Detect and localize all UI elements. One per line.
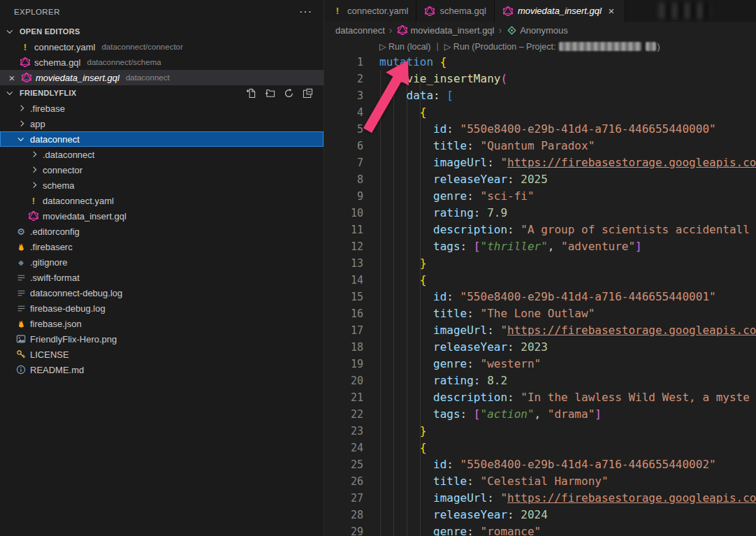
code-token [379, 508, 433, 521]
code-line-25[interactable]: 25 id: "550e8400-e29b-41d4-a716-44665544… [324, 456, 756, 473]
code-line-16[interactable]: 16 title: "The Lone Outlaw" [324, 305, 756, 322]
tree-item-firebase.json[interactable]: firebase.json [0, 316, 324, 331]
code-line-10[interactable]: 10 rating: 7.9 [324, 205, 756, 222]
workspace-header[interactable]: FRIENDLYFLIX [0, 85, 324, 101]
file-path-description: dataconnect/schema [87, 58, 161, 66]
tree-item-app[interactable]: app [0, 116, 324, 131]
tab-connector.yaml[interactable]: !connector.yaml [324, 0, 416, 22]
editor-region: !connector.yamlschema.gqlmoviedata_inser… [324, 0, 756, 536]
code-token [379, 491, 433, 505]
code-token [433, 55, 440, 68]
codelens-run-production[interactable]: ▷ Run (Production – Project:) [444, 41, 660, 52]
tree-item-dataconnect-debug.log[interactable]: dataconnect-debug.log [0, 285, 324, 300]
code-line-24[interactable]: 24 { [324, 440, 756, 456]
code-token: : [487, 324, 500, 337]
url-link[interactable]: https://firebasestorage.googleapis.co [507, 156, 756, 169]
code-token: description [433, 223, 507, 236]
code-line-22[interactable]: 22 tags: ["action", "drama"] [324, 406, 756, 423]
code-token: } [420, 256, 427, 270]
open-editors-header[interactable]: OPEN EDITORS [0, 24, 324, 39]
close-editor-icon[interactable]: × [6, 72, 17, 84]
code-token [379, 189, 433, 203]
code-line-19[interactable]: 19 genre: "western" [324, 356, 756, 372]
codelens-run-local[interactable]: ▷ Run (local) [379, 41, 431, 52]
tree-item-.firebaserc[interactable]: .firebaserc [0, 239, 324, 254]
code-line-8[interactable]: 8 releaseYear: 2025 [324, 171, 756, 188]
tree-item-schema[interactable]: schema [0, 178, 324, 193]
tree-item-FriendlyFlix-Hero.png[interactable]: FriendlyFlix-Hero.png [0, 331, 324, 347]
refresh-explorer-icon[interactable] [282, 86, 296, 100]
open-editor-item[interactable]: schema.gqldataconnect/schema [0, 55, 324, 70]
url-link[interactable]: https://firebasestorage.googleapis.co [507, 324, 756, 337]
code-token: [ [446, 89, 453, 102]
warning-icon: ! [28, 195, 39, 206]
code-token: "550e8400-e29b-41d4-a716-446655440002" [460, 458, 716, 471]
code-line-21[interactable]: 21 description: "In the lawless Wild Wes… [324, 389, 756, 406]
code-line-29[interactable]: 29 genre: "romance" [324, 523, 756, 536]
code-line-20[interactable]: 20 rating: 8.2 [324, 372, 756, 389]
code-line-23[interactable]: 23 } [324, 423, 756, 440]
code-line-3[interactable]: 3 data: [ [324, 87, 756, 104]
code-token: " [500, 491, 507, 505]
new-folder-icon[interactable] [263, 86, 277, 100]
code-line-28[interactable]: 28 releaseYear: 2024 [324, 507, 756, 523]
explorer-sidebar: EXPLORER ··· OPEN EDITORS !connector.yam… [0, 0, 324, 536]
code-area[interactable]: 1mutation {2 movie_insertMany(3 data: [4… [324, 54, 756, 536]
code-line-11[interactable]: 11 description: "A group of scientists a… [324, 222, 756, 238]
tree-item-LICENSE[interactable]: LICENSE [0, 347, 324, 362]
tree-item-.dataconnect[interactable]: .dataconnect [0, 147, 324, 162]
tree-item-label: README.md [30, 365, 84, 375]
code-line-27[interactable]: 27 imageUrl: "https://firebasestorage.go… [324, 490, 756, 507]
code-line-17[interactable]: 17 imageUrl: "https://firebasestorage.go… [324, 322, 756, 339]
tree-item-.gitignore[interactable]: ◆.gitignore [0, 254, 324, 270]
code-line-6[interactable]: 6 title: "Quantum Paradox" [324, 138, 756, 154]
code-line-7[interactable]: 7 imageUrl: "https://firebasestorage.goo… [324, 154, 756, 171]
url-link[interactable]: https://firebasestorage.googleapis.co [507, 491, 756, 505]
tab-moviedata_insert.gql[interactable]: moviedata_insert.gql× [495, 0, 625, 22]
code-token [379, 407, 433, 421]
code-token [379, 273, 420, 287]
breadcrumb-dataconnect[interactable]: dataconnect [335, 25, 385, 36]
tab-bar: !connector.yamlschema.gqlmoviedata_inser… [324, 0, 756, 22]
code-line-26[interactable]: 26 title: "Celestial Harmony" [324, 473, 756, 490]
breadcrumb-Anonymous[interactable]: Anonymous [506, 24, 568, 36]
tab-schema.gql[interactable]: schema.gql [416, 0, 494, 22]
code-line-4[interactable]: 4 { [324, 104, 756, 121]
code-line-18[interactable]: 18 releaseYear: 2023 [324, 339, 756, 356]
key-icon [15, 349, 27, 360]
code-token [379, 441, 420, 454]
code-line-2[interactable]: 2 movie_insertMany( [324, 71, 756, 87]
code-token: 2023 [521, 340, 548, 354]
tree-item-README.md[interactable]: README.md [0, 362, 324, 377]
close-tab-icon[interactable]: × [606, 5, 617, 17]
open-editor-item[interactable]: !connector.yamldataconnect/connector [0, 39, 324, 55]
code-token: imageUrl [433, 324, 487, 337]
code-line-12[interactable]: 12 tags: ["thriller", "adventure"] [324, 238, 756, 255]
code-line-13[interactable]: 13 } [324, 255, 756, 272]
code-line-1[interactable]: 1mutation { [324, 54, 756, 71]
code-token: : [446, 458, 460, 471]
tree-item-firebase-debug.log[interactable]: firebase-debug.log [0, 300, 324, 316]
code-token: releaseYear [433, 173, 507, 186]
tree-item-.editorconfig[interactable]: ⚙.editorconfig [0, 224, 324, 239]
collapse-folders-icon[interactable] [300, 86, 314, 100]
tree-item-label: connector [43, 165, 82, 175]
line-number: 14 [324, 272, 373, 289]
code-line-5[interactable]: 5 id: "550e8400-e29b-41d4-a716-446655440… [324, 121, 756, 138]
more-actions-icon[interactable]: ··· [299, 8, 312, 15]
tree-item-dataconnect.yaml[interactable]: !dataconnect.yaml [0, 193, 324, 208]
code-line-text: releaseYear: 2023 [373, 339, 756, 356]
tree-item-connector[interactable]: connector [0, 162, 324, 178]
code-line-14[interactable]: 14 { [324, 272, 756, 289]
code-line-9[interactable]: 9 genre: "sci-fi" [324, 188, 756, 205]
new-file-icon[interactable] [244, 86, 258, 100]
code-line-15[interactable]: 15 id: "550e8400-e29b-41d4-a716-44665544… [324, 289, 756, 305]
tree-item-dataconnect[interactable]: dataconnect [0, 131, 324, 147]
code-token [379, 340, 433, 354]
breadcrumb-moviedata_insert.gql[interactable]: moviedata_insert.gql [397, 24, 495, 36]
open-editor-item[interactable]: ×moviedata_insert.gqldataconnect [0, 70, 324, 85]
tree-item-moviedata_insert.gql[interactable]: moviedata_insert.gql [0, 208, 324, 224]
tree-item-.swift-format[interactable]: .swift-format [0, 270, 324, 285]
tree-item-.firebase[interactable]: .firebase [0, 101, 324, 116]
diamond-icon: ◆ [15, 256, 27, 268]
